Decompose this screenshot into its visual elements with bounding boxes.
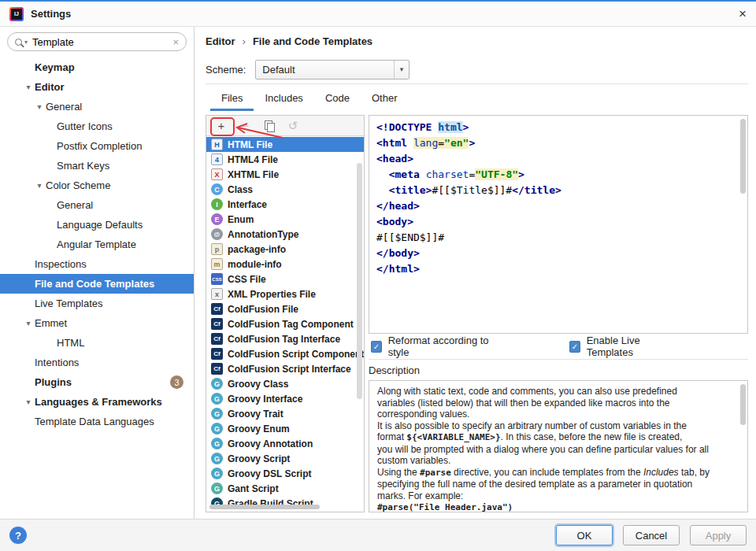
expand-arrow-icon[interactable]: ▾ <box>22 398 35 406</box>
settings-tree: ▾ Keymap ▾ Editor ▾ General <box>0 55 194 519</box>
help-button[interactable]: ? <box>9 527 27 544</box>
sidebar-item-label: Editor <box>35 81 65 93</box>
cancel-button[interactable]: Cancel <box>623 525 680 545</box>
template-name: module-info <box>228 259 282 270</box>
template-list-item[interactable]: ColdFusion Tag Interface <box>206 331 364 346</box>
template-list-item[interactable]: Groovy Trait <box>206 406 364 421</box>
search-options-chevron-icon[interactable]: ▾ <box>24 39 28 46</box>
checkbox-check-icon: ✓ <box>371 341 382 353</box>
file-type-icon <box>211 438 223 449</box>
template-list-item[interactable]: Enum <box>206 212 364 227</box>
template-name: Groovy Class <box>228 379 288 390</box>
sidebar-item-label: General <box>46 101 82 113</box>
expand-arrow-icon[interactable]: ▾ <box>22 319 35 327</box>
sidebar-item[interactable]: ▾ Language Defaults <box>0 215 194 235</box>
template-list-item[interactable]: ColdFusion Script Interface <box>206 361 364 376</box>
template-list-item[interactable]: ColdFusion Script Component <box>206 346 364 361</box>
template-name: Groovy Enum <box>228 423 290 435</box>
template-list-item[interactable]: ColdFusion Tag Component <box>206 316 364 331</box>
sidebar-item[interactable]: ▾ Postfix Completion <box>0 136 194 156</box>
template-list-item[interactable]: Gant Script <box>206 481 364 496</box>
sidebar-item[interactable]: ▾ Intentions <box>0 353 194 372</box>
close-icon[interactable]: × <box>739 7 747 20</box>
template-list-item[interactable]: HTML4 File <box>206 152 364 167</box>
tab[interactable]: Includes <box>254 87 313 111</box>
template-list-item[interactable]: module-info <box>206 257 364 272</box>
sidebar-item[interactable]: ▾ Editor <box>0 77 194 97</box>
sidebar-item[interactable]: ▾ General <box>0 195 194 215</box>
file-type-icon <box>211 393 223 405</box>
sidebar-item[interactable]: ▾ Angular Template <box>0 235 194 254</box>
settings-sidebar: ▾ Template × ▾ Keymap ▾ Editor <box>0 27 195 519</box>
template-list-item[interactable]: XHTML File <box>206 167 364 182</box>
tab[interactable]: Files <box>210 87 254 111</box>
sidebar-item[interactable]: ▾ Keymap <box>0 57 194 77</box>
template-list-item[interactable]: Groovy Class <box>206 376 364 391</box>
template-list-item[interactable]: Groovy DSL Script <box>206 466 364 481</box>
description-scrollbar[interactable] <box>740 384 746 425</box>
templates-panel: + − ↺ <box>206 115 365 512</box>
template-list-item[interactable]: ColdFusion File <box>206 301 364 316</box>
template-list-item[interactable]: AnnotationType <box>206 227 364 242</box>
sidebar-item[interactable]: ▾ File and Code Templates <box>0 274 194 294</box>
sidebar-item-label: Postfix Completion <box>57 140 142 152</box>
tab[interactable]: Other <box>361 87 409 111</box>
template-name: HTML File <box>228 139 272 150</box>
sidebar-item[interactable]: ▾ Template Data Languages <box>0 412 194 431</box>
file-type-icon <box>211 228 223 240</box>
window-title: Settings <box>31 8 71 20</box>
template-name: ColdFusion Script Component <box>228 349 364 360</box>
breadcrumb-section[interactable]: Editor <box>206 35 235 47</box>
sidebar-item[interactable]: ▾ Smart Keys <box>0 156 194 176</box>
add-template-button[interactable]: + <box>215 120 228 131</box>
scheme-value: Default <box>262 64 295 76</box>
expand-arrow-icon[interactable]: ▾ <box>33 181 46 190</box>
template-list-item[interactable]: XML Properties File <box>206 287 364 301</box>
template-list-item[interactable]: HTML File <box>206 137 364 152</box>
tab[interactable]: Code <box>314 87 361 111</box>
scheme-select[interactable]: Default ▾ <box>255 60 410 80</box>
checkbox-label: Enable Live Templates <box>587 335 679 358</box>
template-list-item[interactable]: Class <box>206 182 364 197</box>
template-name: Gant Script <box>228 483 279 494</box>
apply-button: Apply <box>690 525 747 545</box>
template-name: CSS File <box>228 274 266 285</box>
template-list-item[interactable]: Groovy Enum <box>206 421 364 436</box>
live-templates-checkbox[interactable]: ✓ Enable Live Templates <box>569 335 679 358</box>
template-list-item[interactable]: package-info <box>206 242 364 257</box>
template-list-item[interactable]: Groovy Annotation <box>206 436 364 451</box>
ok-button[interactable]: OK <box>556 525 613 545</box>
settings-search-input[interactable]: ▾ Template × <box>7 32 187 51</box>
sidebar-item[interactable]: ▾ Gutter Icons <box>0 116 194 136</box>
sidebar-item[interactable]: ▾ Emmet <box>0 313 194 333</box>
template-list-item[interactable]: Interface <box>206 197 364 212</box>
list-vertical-scrollbar[interactable] <box>357 163 362 399</box>
sidebar-item-label: Template Data Languages <box>35 416 154 427</box>
remove-template-button: − <box>239 120 252 131</box>
sidebar-item-label: Keymap <box>35 61 75 73</box>
sidebar-item-label: Language Defaults <box>57 219 143 231</box>
expand-arrow-icon[interactable]: ▾ <box>22 83 35 91</box>
sidebar-item-label: Live Templates <box>35 298 102 309</box>
editor-scrollbar[interactable] <box>740 119 746 194</box>
file-type-icon <box>211 198 223 210</box>
expand-arrow-icon[interactable]: ▾ <box>33 102 46 111</box>
sidebar-item[interactable]: ▾ HTML <box>0 333 194 353</box>
sidebar-item[interactable]: ▾ General <box>0 97 194 116</box>
template-editor[interactable]: <!DOCTYPE html><html lang="en"><head> <m… <box>369 115 748 334</box>
sidebar-item-label: Languages & Frameworks <box>35 396 162 408</box>
list-horizontal-scrollbar[interactable] <box>209 505 320 509</box>
sidebar-item[interactable]: ▾ Languages & Frameworks <box>0 392 194 412</box>
file-type-icon <box>211 318 223 330</box>
reformat-checkbox[interactable]: ✓ Reformat according to style <box>371 335 500 358</box>
template-list-item[interactable]: Groovy Interface <box>206 391 364 406</box>
template-name: package-info <box>228 244 286 255</box>
template-list-item[interactable]: CSS File <box>206 272 364 287</box>
sidebar-item[interactable]: ▾ Plugins 3 <box>0 372 194 392</box>
sidebar-item[interactable]: ▾ Color Scheme <box>0 176 194 195</box>
sidebar-item[interactable]: ▾ Live Templates <box>0 294 194 313</box>
clear-search-icon[interactable]: × <box>172 36 179 48</box>
copy-template-button[interactable] <box>264 120 275 131</box>
template-list-item[interactable]: Groovy Script <box>206 451 364 466</box>
sidebar-item[interactable]: ▾ Inspections <box>0 254 194 274</box>
